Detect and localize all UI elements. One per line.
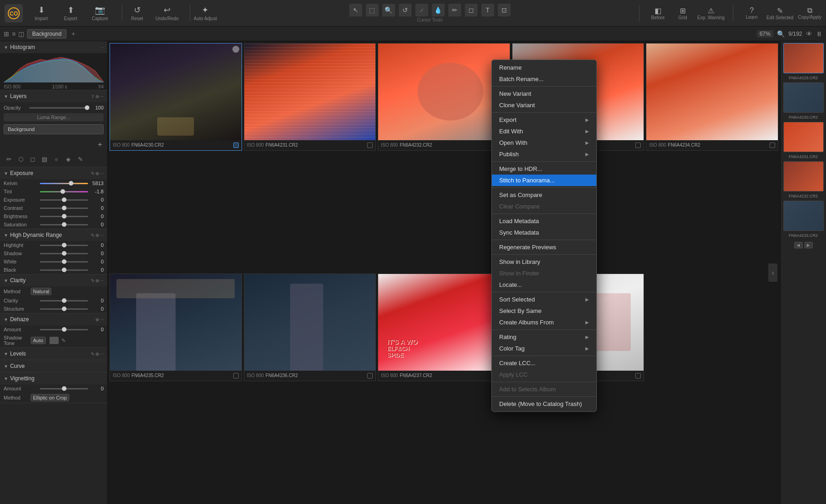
layers-action-3[interactable]: ··· — [100, 94, 104, 99]
brush-tool-1[interactable]: ✏ — [4, 154, 14, 164]
exposure-slider[interactable] — [40, 199, 88, 201]
search-icon[interactable]: 🔍 — [777, 30, 785, 38]
contrast-slider[interactable] — [40, 208, 88, 209]
dehaze-copy-icon[interactable]: ⊕ — [95, 317, 99, 322]
clarity-method-select[interactable]: Natural — [31, 288, 51, 295]
pause-icon[interactable]: ⏸ — [816, 30, 822, 38]
import-button[interactable]: ⬇ Import — [30, 5, 52, 21]
exposure-copy-icon[interactable]: ⊕ — [95, 171, 99, 176]
undo-redo-button[interactable]: ↩ Undo/Redo — [155, 5, 179, 21]
capture-button[interactable]: 📷 Capture — [89, 5, 111, 21]
grid-view-icon[interactable]: ⊞ — [4, 30, 9, 38]
cursor-tool-text[interactable]: T — [481, 4, 494, 16]
levels-copy-icon[interactable]: ⊕ — [95, 351, 99, 356]
cursor-tool-rotate[interactable]: ↺ — [399, 4, 412, 16]
photo-checkbox[interactable] — [770, 142, 775, 148]
photo-checkbox[interactable] — [635, 142, 641, 148]
black-slider[interactable] — [40, 269, 88, 271]
histogram-header[interactable]: ▼ Histogram ··· — [0, 41, 107, 53]
filmstrip-item[interactable] — [783, 161, 824, 192]
ctx-clone-variant[interactable]: Clone Variant — [492, 99, 596, 111]
list-view-icon[interactable]: ≡ — [12, 30, 16, 38]
add-layer-button[interactable]: ＋ — [96, 140, 104, 149]
background-layer[interactable]: Background — [4, 124, 104, 134]
cursor-tool-crop[interactable]: ⊡ — [498, 4, 511, 16]
filmstrip-item[interactable] — [783, 201, 824, 231]
background-tab[interactable]: Background — [27, 29, 66, 38]
hdr-options-icon[interactable]: ··· — [100, 233, 104, 238]
brush-tool-5[interactable]: ⟐ — [51, 154, 61, 164]
ctx-open-with[interactable]: Open With ▶ — [492, 137, 596, 148]
shadow-tone-edit[interactable]: ✎ — [61, 338, 66, 344]
ctx-new-variant[interactable]: New Variant — [492, 88, 596, 99]
ctx-locate[interactable]: Locate... — [492, 279, 596, 290]
vignetting-header[interactable]: ▼ Vignetting — [0, 373, 107, 384]
table-row[interactable]: ISO 800 FN6A4236.CR2 — [244, 274, 376, 381]
photo-checkbox[interactable] — [635, 373, 641, 378]
vignetting-slider[interactable] — [40, 388, 88, 389]
filmstrip-item[interactable] — [783, 43, 824, 73]
shadow-slider[interactable] — [40, 253, 88, 254]
structure-slider[interactable] — [40, 308, 88, 310]
saturation-slider[interactable] — [40, 224, 88, 225]
hdr-edit-icon[interactable]: ✎ — [91, 233, 94, 238]
ctx-edit-with[interactable]: Edit With ▶ — [492, 126, 596, 137]
copy-apply-button[interactable]: ⧉ Copy/Apply — [798, 6, 821, 20]
ctx-color-tag[interactable]: Color Tag ▶ — [492, 343, 596, 354]
hdr-header[interactable]: ▼ High Dynamic Range ✎ ⊕ ··· — [0, 229, 107, 241]
layers-action-1[interactable]: ⇧ — [91, 94, 94, 99]
clarity-copy-icon[interactable]: ⊕ — [95, 278, 99, 283]
levels-header[interactable]: ▼ Levels ✎ ⊕ ··· — [0, 348, 107, 360]
brush-tool-edit[interactable]: ✎ — [75, 154, 85, 164]
before-button[interactable]: ◧ Before — [648, 6, 668, 20]
cursor-tool-select[interactable]: ⬚ — [366, 4, 379, 16]
clarity-slider[interactable] — [40, 300, 88, 301]
dehaze-options-icon[interactable]: ··· — [100, 317, 104, 322]
add-tab-button[interactable]: ＋ — [70, 30, 77, 38]
cursor-tool-zoom[interactable]: 🔍 — [382, 4, 395, 16]
filmstrip-item[interactable] — [783, 82, 824, 113]
ctx-regenerate-previews[interactable]: Regenerate Previews — [492, 241, 596, 253]
brightness-slider[interactable] — [40, 216, 88, 217]
photo-checkbox[interactable] — [367, 373, 373, 378]
photo-checkbox[interactable] — [233, 373, 239, 378]
learn-button[interactable]: ? Learn — [742, 6, 762, 20]
highlight-slider[interactable] — [40, 245, 88, 246]
ctx-select-by-same[interactable]: Select By Same — [492, 305, 596, 317]
ctx-delete[interactable]: Delete (Move to Catalog Trash) — [492, 398, 596, 410]
grid-next-arrow[interactable]: › — [768, 263, 777, 282]
ctx-export[interactable]: Export ▶ — [492, 114, 596, 126]
ctx-sort-selected[interactable]: Sort Selected ▶ — [492, 294, 596, 305]
table-row[interactable]: ISO 800 FN6A4232.CR2 — [378, 43, 510, 151]
layers-header[interactable]: ▼ Layers ⇧ ⊕ ··· — [0, 90, 107, 102]
grid-button[interactable]: ⊞ Grid — [672, 6, 693, 20]
clarity-header[interactable]: ▼ Clarity ✎ ⊕ ··· — [0, 274, 107, 286]
brush-tool-3[interactable]: ◻ — [28, 154, 38, 164]
ctx-publish[interactable]: Publish ▶ — [492, 148, 596, 160]
cursor-tool-erase[interactable]: ◻ — [465, 4, 478, 16]
brush-tool-4[interactable]: ▧ — [39, 154, 50, 164]
brush-tool-6[interactable]: ◈ — [63, 154, 73, 164]
clarity-options-icon[interactable]: ··· — [100, 278, 104, 283]
vignetting-method-select[interactable]: Elliptic on Crop — [31, 394, 69, 401]
photo-checkbox[interactable] — [233, 142, 239, 148]
hdr-copy-icon[interactable]: ⊕ — [95, 233, 99, 238]
kelvin-slider[interactable] — [40, 183, 88, 184]
exp-warning-button[interactable]: ⚠ Exp. Warning — [697, 6, 725, 20]
eye-icon[interactable]: 👁 — [806, 30, 812, 38]
ctx-rename[interactable]: Rename — [492, 62, 596, 73]
color-swatch[interactable] — [50, 337, 59, 344]
cursor-tool-line[interactable]: ⟋ — [415, 4, 428, 16]
table-row[interactable]: ISO 800 FN6A4231.CR2 — [244, 43, 376, 151]
filmstrip-next[interactable]: ▶ — [804, 242, 813, 248]
table-row[interactable]: ISO 800 FN6A4235.CR2 — [110, 274, 242, 381]
cursor-tool-arrow[interactable]: ↖ — [349, 4, 362, 16]
view-options-icon[interactable]: ◫ — [18, 30, 24, 38]
auto-adjust-button[interactable]: ✦ Auto Adjust — [194, 5, 217, 21]
edit-selected-button[interactable]: ✎ Edit Selected — [766, 6, 793, 20]
exposure-header[interactable]: ▼ Exposure ✎ ⊕ ··· — [0, 167, 107, 179]
levels-edit-icon[interactable]: ✎ — [91, 351, 94, 356]
reset-button[interactable]: ↺ Reset — [126, 5, 148, 21]
opacity-slider[interactable] — [29, 107, 87, 109]
table-row[interactable]: IT'S A WO ELF&CH SPIDE ISO 800 FN6A4237.… — [378, 274, 510, 381]
